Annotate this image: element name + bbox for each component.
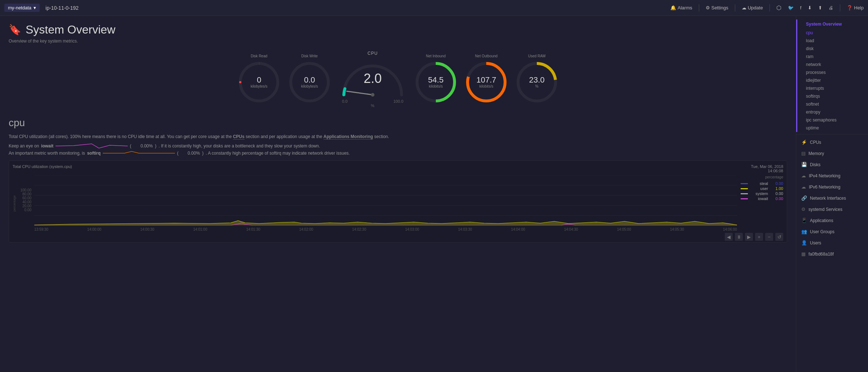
disk-icon: 💾 [801,162,807,167]
facebook-nav-item[interactable]: f [800,5,802,10]
sidebar-processes-label: processes [806,70,826,75]
xaxis-3: 14:01:00 [193,227,207,231]
sidebar-interrupts-label: interrupts [806,86,824,91]
used-ram-gauge: Used RAM 23.0 % [513,54,560,106]
alarms-nav-item[interactable]: 🔔 Alarms [670,5,692,10]
sidebar-nav-hash[interactable]: ▦ fa0fbd68a18f [796,248,868,260]
twitter-nav-item[interactable]: 🐦 [788,5,794,10]
net-inbound-circle[interactable]: 54.5 kilobits/s [412,59,459,106]
settings-nav-item[interactable]: ⚙ Settings [706,5,728,10]
sidebar-nav-cpus[interactable]: ⚡ CPUs [796,137,868,148]
sidebar-load-label: load [806,38,814,43]
legend-system-name: system [750,191,768,196]
xaxis-0: 13:59:30 [34,227,48,231]
nav-divider-4 [840,4,840,12]
xaxis-6: 14:02:30 [352,227,366,231]
chart-prev-button[interactable]: ◀ [725,233,733,241]
github-nav-item[interactable]: ⬡ [776,4,781,11]
sidebar-item-load[interactable]: load [801,37,868,45]
chart-zoom-in-button[interactable]: + [755,233,763,241]
cpus-link[interactable]: CPUs [233,134,245,140]
chart-zoom-out-button[interactable]: − [765,233,773,241]
update-nav-item[interactable]: ☁ Update [742,5,763,10]
chart-area: percentage 100.00 80.00 60.00 40.00 20.0… [13,175,783,231]
sidebar-systemd-label: systemd Services [808,207,842,212]
sidebar-nav-ipv6[interactable]: ☁ IPv6 Networking [796,181,868,192]
disk-write-circle[interactable]: 0.0 kilobytes/s [286,59,333,106]
sidebar-item-entropy[interactable]: entropy [801,108,868,116]
chart-next-button[interactable]: ▶ [745,233,753,241]
xaxis-11: 14:05:00 [617,227,631,231]
sidebar-item-interrupts[interactable]: interrupts [801,84,868,92]
sidebar-nav-ipv4[interactable]: ☁ IPv4 Networking [796,170,868,181]
print-nav-item[interactable]: 🖨 [829,5,833,10]
download-nav-item[interactable]: ⬇ [808,5,812,10]
net-inbound-title: Net Inbound [426,54,446,58]
softirq-line: An important metric worth monitoring, is… [9,150,787,156]
alarms-label: Alarms [678,5,692,10]
chart-stop-button[interactable]: ⏸ [735,233,743,241]
sidebar-nav-applications[interactable]: 📱 Applications [796,215,868,226]
sidebar-nav-disks[interactable]: 💾 Disks [796,159,868,170]
sidebar-section-title: System Overview [801,19,868,29]
disk-read-circle[interactable]: 0 kilobytes/s [236,59,282,106]
xaxis-8: 14:03:30 [458,227,472,231]
cpu-range-min: 0.0 [342,99,347,103]
chart-yaxis-wrap: percentage 100.00 80.00 60.00 40.00 20.0… [13,175,31,231]
disk-write-title: Disk Write [301,54,317,58]
apps-monitoring-link[interactable]: Applications Monitoring [324,134,373,140]
sidebar-item-disk[interactable]: disk [801,45,868,53]
legend-iowait-value: 0.00 [770,196,783,201]
sidebar-network-label: network [806,62,821,67]
sidebar-ipv4-label: IPv4 Networking [809,173,840,178]
sidebar-nav-systemd[interactable]: ⚙ systemd Services [796,204,868,215]
iowait-label-text: Keep an eye on [9,143,39,149]
sidebar-item-ipc-semaphores[interactable]: ipc semaphores [801,116,868,124]
sidebar-cpus-label: CPUs [810,140,821,145]
cpu-unit: % [371,103,374,108]
sidebar-item-idlejitter[interactable]: idlejitter [801,76,868,84]
sidebar-nav-users[interactable]: 👤 Users [796,237,868,248]
sidebar-item-network[interactable]: network [801,61,868,68]
sidebar-item-uptime[interactable]: uptime [801,124,868,132]
net-inbound-unit: kilobits/s [428,84,444,88]
used-ram-circle[interactable]: 23.0 % [513,59,560,106]
yaxis-40: 40.00 [22,200,31,204]
sidebar-nav-memory[interactable]: ▤ Memory [796,148,868,159]
brand-dropdown[interactable]: my-netdata ▾ [4,4,40,12]
help-nav-item[interactable]: ❓ Help [847,5,864,10]
download-icon: ⬇ [808,5,812,10]
top-navigation: my-netdata ▾ ip-10-11-0-192 🔔 Alarms ⚙ S… [0,0,868,16]
sidebar-item-cpu[interactable]: cpu [801,29,868,37]
chart-main[interactable]: 13:59:30 14:00:00 14:00:30 14:01:00 14:0… [34,175,737,231]
sidebar-item-softirqs[interactable]: softirqs [801,92,868,100]
cpu-desc-text2: section and per application usage at the [246,134,322,139]
softirq-paren-close: ) [202,151,203,156]
net-outbound-unit: kilobits/s [476,84,496,88]
cpu-value: 2.0 [364,71,382,86]
net-outbound-circle[interactable]: 107.7 kilobits/s [463,59,510,106]
legend-header: percentage [765,175,783,179]
nav-actions: 🔔 Alarms ⚙ Settings ☁ Update ⬡ 🐦 f ⬇ ⬆ [670,4,864,12]
sidebar-item-ram[interactable]: ram [801,53,868,61]
cloud-ipv6-icon: ☁ [801,184,806,190]
cpu-gauge[interactable]: CPU 2.0 0.0 100.0 % [337,51,409,108]
chart-timestamp: Tue, Mar 06, 2018 14:06:08 [751,164,783,173]
memory-icon: ▤ [801,151,806,156]
upload-nav-item[interactable]: ⬆ [818,5,822,10]
update-label: Update [748,5,763,10]
xaxis-2: 14:00:30 [140,227,154,231]
net-inbound-gauge: Net Inbound 54.5 kilobits/s [412,54,459,106]
net-outbound-label: 107.7 kilobits/s [476,76,496,88]
sidebar-item-processes[interactable]: processes [801,68,868,76]
sidebar-nav-network-interfaces[interactable]: 🔗 Network Interfaces [796,192,868,204]
main-layout: 🔖 System Overview Overview of the key sy… [0,16,868,372]
settings-label: Settings [711,5,728,10]
sidebar-nav-user-groups[interactable]: 👥 User Groups [796,226,868,237]
xaxis-9: 14:04:00 [511,227,525,231]
chart-reset-button[interactable]: ↺ [775,233,783,241]
net-inbound-value: 54.5 [428,76,444,84]
sidebar-item-softnet[interactable]: softnet [801,100,868,108]
nav-divider-3 [770,4,770,12]
iowait-paren-close: ) [155,143,156,149]
